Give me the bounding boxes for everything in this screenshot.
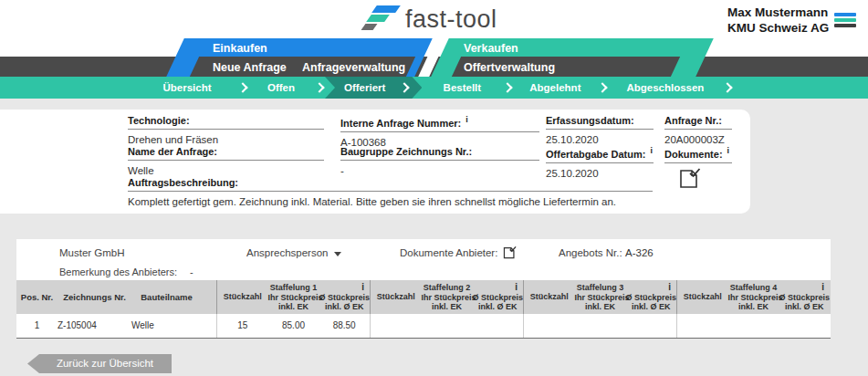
field-dokumente: Dokumente:i <box>664 146 732 189</box>
cell-zeichnungs-nr: Z-105004 <box>58 314 97 338</box>
tier-cells-1: 15 85.00 88.50 <box>216 314 370 338</box>
tier-group-header-2: i Stückzahl Staffelung 2Ihr Stückpreisin… <box>370 280 523 314</box>
logo-text: fast-tool <box>405 5 497 34</box>
document-export-icon[interactable] <box>502 245 517 259</box>
contact-person-dropdown[interactable]: Ansprechsperson <box>246 247 341 258</box>
document-check-icon[interactable] <box>677 167 732 189</box>
field-technologie: Technologie: Drehen und Fräsen <box>128 115 324 145</box>
user-name: Max Mustermann <box>727 5 829 20</box>
supplier-documents-label: Dokumente Anbieter: <box>400 247 497 258</box>
chevron-right-icon <box>598 82 608 92</box>
col-header-stueckzahl: Stückzahl <box>371 283 421 314</box>
field-interne-anfrage-nummer: Interne Anfrage Nummer:i A-100368 <box>340 115 539 148</box>
info-icon[interactable]: i <box>361 282 364 292</box>
chevron-right-icon <box>503 82 513 92</box>
chevron-right-icon <box>723 82 733 92</box>
user-info: Max Mustermann KMU Schweiz AG <box>727 5 829 36</box>
back-to-overview-button[interactable]: Zurück zur Übersicht <box>27 354 172 373</box>
hamburger-menu-icon[interactable] <box>834 13 856 27</box>
logo-bar-gray <box>361 24 378 30</box>
cell-bauteilname: Welle <box>131 314 154 338</box>
chevron-right-icon <box>314 82 324 92</box>
field-value: 25.10.2020 <box>546 134 654 145</box>
chevron-right-icon <box>400 82 410 92</box>
offer-number-value: A-326 <box>625 247 654 258</box>
field-auftragsbeschreibung: Auftragsbeschreibung: Komplett gefertigt… <box>128 177 653 207</box>
main-navigation: Einkaufen Verkaufen Neue Anfrage Anfrage… <box>0 38 868 77</box>
supplier-name: Muster GmbH <box>59 247 125 258</box>
app-header: fast-tool Max Mustermann KMU Schweiz AG <box>0 0 868 38</box>
info-icon[interactable]: i <box>650 146 653 155</box>
info-icon[interactable]: i <box>727 146 730 155</box>
step-offeriert-label: Offeriert <box>344 82 385 93</box>
step-abgelehnt[interactable]: Abgelehnt <box>513 82 597 93</box>
col-header-pos-nr: Pos. Nr. <box>16 280 58 314</box>
info-icon[interactable]: i <box>515 282 518 292</box>
supplier-documents: Dokumente Anbieter: <box>400 245 517 259</box>
table-row: 1 Z-105004 Welle 15 85.00 88.50 <box>16 314 831 339</box>
cell-pos-nr: 1 <box>16 314 58 338</box>
subtab-offertverwaltung[interactable]: Offertverwaltung <box>464 60 555 75</box>
field-value: - <box>340 165 539 176</box>
logo-bar-blue <box>371 5 401 13</box>
cell-qty <box>371 314 422 338</box>
info-icon[interactable]: i <box>821 282 824 292</box>
cell-avg-price <box>472 314 523 338</box>
tab-verkaufen[interactable]: Verkaufen <box>464 41 518 56</box>
step-uebersicht[interactable]: Übersicht <box>137 82 237 93</box>
step-abgeschlossen[interactable]: Abgeschlossen <box>608 82 722 93</box>
cell-avg-price <box>779 314 830 338</box>
col-header-ihr-stueckpreis: Staffelung 3Ihr Stückpreisinkl. EK <box>574 283 625 314</box>
tier-cells-2 <box>370 314 523 338</box>
tier-cells-4 <box>676 314 830 338</box>
hamburger-bar <box>834 13 856 16</box>
col-header-stueckzahl: Stückzahl <box>677 283 727 314</box>
field-label: Anfrage Nr.: <box>664 115 732 130</box>
col-header-ihr-stueckpreis: Staffelung 2Ihr Stückpreisinkl. EK <box>421 283 472 314</box>
field-label: Interne Anfrage Nummer:i <box>340 115 539 132</box>
logo-bar-teal <box>366 15 390 22</box>
dropdown-arrow-icon <box>334 252 341 256</box>
tier-group-header-4: i Stückzahl Staffelung 4Ihr Stückpreisin… <box>676 280 830 314</box>
hamburger-bar <box>834 18 856 22</box>
col-header-bauteilname: Bauteilname <box>117 280 216 314</box>
cell-qty <box>677 314 728 338</box>
hamburger-bar <box>834 24 856 27</box>
cell-qty <box>524 314 575 338</box>
field-label: Auftragsbeschreibung: <box>128 177 653 192</box>
request-details-card: Technologie: Drehen und Fräsen Interne A… <box>0 110 750 214</box>
info-icon[interactable]: i <box>668 282 671 292</box>
step-bestellt[interactable]: Bestellt <box>422 82 502 93</box>
contact-person-label: Ansprechsperson <box>246 247 329 258</box>
field-anfrage-nr: Anfrage Nr.: 20A000003Z <box>664 115 732 145</box>
col-header-ihr-stueckpreis: Staffelung 4Ihr Stückpreisinkl. EK <box>727 283 779 314</box>
logo: fast-tool <box>363 5 546 36</box>
field-value: Welle <box>128 165 324 176</box>
col-header-stueckzahl: Stückzahl <box>524 283 574 314</box>
offer-number-label: Angebots Nr.: <box>559 247 622 258</box>
step-offen[interactable]: Offen <box>248 82 314 93</box>
field-label: Name der Anfrage: <box>128 146 324 161</box>
supplier-remark-label: Bemerkung des Anbieters: <box>59 266 177 277</box>
col-header-stueckzahl: Stückzahl <box>217 283 267 314</box>
field-value: 20A000003Z <box>664 134 732 145</box>
field-value: Drehen und Fräsen <box>128 134 324 145</box>
info-icon[interactable]: i <box>465 115 468 124</box>
field-label: Erfassungsdatum: <box>546 115 654 130</box>
tab-einkaufen[interactable]: Einkaufen <box>213 41 267 56</box>
subtab-neue-anfrage[interactable]: Neue Anfrage <box>213 60 287 75</box>
cell-your-price: 85.00 <box>268 314 319 338</box>
field-label: Dokumente:i <box>664 146 732 163</box>
field-baugruppe-zeichnungs-nr: Baugruppe Zeichnungs Nr.: - <box>340 146 539 176</box>
subtab-anfrageverwaltung[interactable]: Anfrageverwaltung <box>302 60 405 75</box>
cell-your-price <box>728 314 779 338</box>
cell-your-price <box>575 314 626 338</box>
field-value: Komplett gefertigt gem. Zeichnung inkl. … <box>128 196 712 207</box>
tier-group-header-3: i Stückzahl Staffelung 3Ihr Stückpreisin… <box>523 280 676 314</box>
tier-cells-3 <box>523 314 676 338</box>
step-offeriert-active[interactable]: Offeriert <box>325 77 422 99</box>
table-header: Pos. Nr. Zeichnungs Nr. Bauteilname i St… <box>16 280 831 314</box>
field-label: Baugruppe Zeichnungs Nr.: <box>340 146 539 161</box>
cell-your-price <box>422 314 473 338</box>
field-label: Offertabgabe Datum:i <box>546 146 654 163</box>
